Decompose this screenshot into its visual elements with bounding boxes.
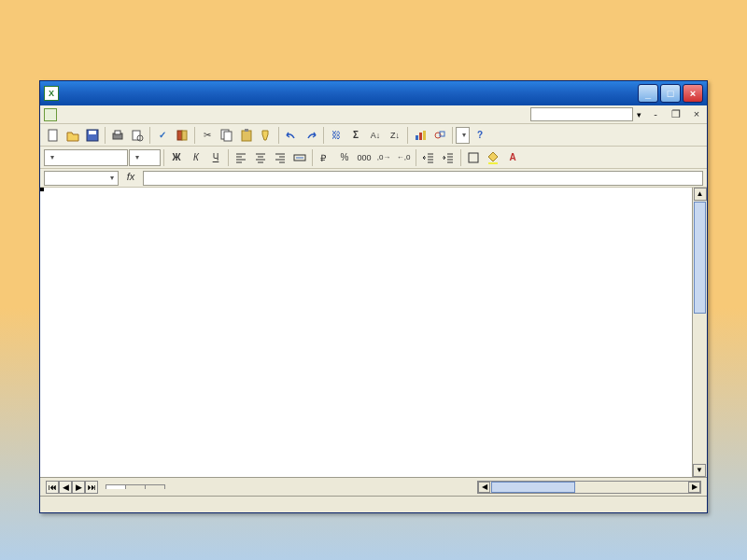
- research-icon[interactable]: [173, 126, 191, 145]
- restore-doc-button[interactable]: ❐: [669, 108, 683, 121]
- help-icon[interactable]: ?: [471, 126, 489, 145]
- svg-rect-13: [416, 135, 418, 140]
- excel-logo-icon: X: [44, 86, 59, 101]
- help-dropdown-icon[interactable]: ▾: [637, 110, 641, 119]
- spelling-icon[interactable]: ✓: [153, 126, 172, 145]
- horizontal-scrollbar[interactable]: ◀ ▶: [477, 481, 701, 494]
- svg-rect-8: [182, 131, 187, 140]
- tab-last-icon[interactable]: ⏭: [85, 481, 98, 494]
- svg-rect-21: [488, 162, 498, 164]
- menu-data[interactable]: [130, 113, 139, 117]
- name-box-dropdown-icon[interactable]: ▾: [110, 174, 114, 182]
- menu-edit[interactable]: [74, 113, 83, 117]
- drawing-icon[interactable]: [430, 126, 449, 145]
- decrease-indent-icon[interactable]: [419, 148, 438, 167]
- vscroll-thumb[interactable]: [694, 202, 706, 314]
- standard-toolbar: ✓ ✂ ⛓ Σ A↓ Z↓: [40, 124, 707, 147]
- formula-bar-row: ▾ fx: [40, 169, 707, 188]
- tab-nav: ⏮ ◀ ▶ ⏭: [46, 481, 98, 494]
- format-painter-icon[interactable]: [257, 126, 275, 145]
- align-right-icon[interactable]: [271, 148, 289, 167]
- sort-desc-icon[interactable]: Z↓: [386, 126, 404, 145]
- svg-rect-11: [242, 131, 251, 141]
- scroll-up-icon[interactable]: ▲: [694, 188, 707, 201]
- sheet-tab-1[interactable]: [106, 484, 126, 489]
- increase-indent-icon[interactable]: [439, 148, 458, 167]
- hyperlink-icon[interactable]: ⛓: [327, 126, 345, 145]
- autosum-icon[interactable]: Σ: [346, 126, 365, 145]
- menubar: ▾ - ❐ ×: [40, 105, 707, 124]
- scroll-down-icon[interactable]: ▼: [693, 464, 706, 477]
- menu-window[interactable]: [141, 113, 150, 117]
- minimize-button[interactable]: _: [638, 84, 658, 103]
- formula-bar[interactable]: [143, 171, 703, 186]
- new-icon[interactable]: [44, 126, 63, 145]
- hscroll-thumb[interactable]: [491, 482, 575, 493]
- copy-icon[interactable]: [218, 126, 236, 145]
- sheet-tab-3[interactable]: [145, 484, 165, 489]
- redo-icon[interactable]: [302, 126, 320, 145]
- underline-icon[interactable]: Ч: [206, 148, 225, 167]
- italic-icon[interactable]: К: [187, 148, 205, 167]
- sort-asc-icon[interactable]: A↓: [366, 126, 385, 145]
- cut-icon[interactable]: ✂: [198, 126, 217, 145]
- menu-file[interactable]: [63, 113, 72, 117]
- borders-icon[interactable]: [464, 148, 483, 167]
- bold-icon[interactable]: Ж: [167, 148, 186, 167]
- tab-next-icon[interactable]: ▶: [72, 481, 85, 494]
- close-button[interactable]: ×: [683, 84, 703, 103]
- svg-rect-15: [423, 131, 426, 140]
- align-left-icon[interactable]: [232, 148, 250, 167]
- scroll-right-icon[interactable]: ▶: [688, 482, 700, 493]
- currency-icon[interactable]: ₽: [316, 148, 334, 167]
- print-icon[interactable]: [108, 126, 127, 145]
- svg-rect-4: [115, 131, 120, 134]
- menu-help[interactable]: [152, 113, 162, 117]
- open-icon[interactable]: [63, 126, 82, 145]
- svg-text:₽: ₽: [320, 153, 327, 163]
- align-center-icon[interactable]: [251, 148, 270, 167]
- formatting-toolbar: ▾ ▾ Ж К Ч ₽ % 000 ,0→ ←,0: [40, 147, 707, 169]
- comma-icon[interactable]: 000: [355, 148, 374, 167]
- menu-insert[interactable]: [96, 113, 106, 117]
- print-preview-icon[interactable]: [128, 126, 147, 145]
- svg-rect-0: [49, 130, 57, 141]
- close-doc-button[interactable]: ×: [690, 108, 703, 121]
- help-search-input[interactable]: [530, 107, 633, 121]
- excel-window: X _ □ × ▾ - ❐ ×: [39, 80, 708, 513]
- font-size-combo[interactable]: ▾: [129, 149, 161, 166]
- fill-color-icon[interactable]: [484, 148, 502, 167]
- tab-prev-icon[interactable]: ◀: [59, 481, 72, 494]
- svg-rect-20: [469, 153, 478, 162]
- font-color-icon[interactable]: A: [503, 148, 522, 167]
- zoom-combo[interactable]: ▾: [456, 127, 470, 144]
- svg-rect-10: [224, 132, 232, 141]
- svg-rect-7: [177, 131, 182, 140]
- svg-rect-14: [419, 133, 422, 140]
- name-box[interactable]: ▾: [44, 171, 119, 186]
- fx-button[interactable]: fx: [122, 171, 139, 186]
- maximize-button[interactable]: □: [660, 84, 681, 103]
- tab-first-icon[interactable]: ⏮: [46, 481, 59, 494]
- menu-view[interactable]: [85, 113, 94, 117]
- menu-format[interactable]: [107, 113, 117, 117]
- selection-border: [40, 188, 44, 191]
- slide-title: [0, 0, 747, 26]
- scroll-left-icon[interactable]: ◀: [478, 482, 490, 493]
- merge-center-icon[interactable]: [290, 148, 309, 167]
- save-icon[interactable]: [83, 126, 102, 145]
- vertical-scrollbar[interactable]: ▲ ▼: [692, 188, 707, 477]
- sheet-tab-2[interactable]: [125, 484, 146, 489]
- paste-icon[interactable]: [237, 126, 256, 145]
- chart-icon[interactable]: [411, 126, 430, 145]
- statusbar: [40, 496, 707, 512]
- minimize-doc-button[interactable]: -: [649, 108, 662, 121]
- increase-decimal-icon[interactable]: ,0→: [374, 148, 393, 167]
- workbook-icon: [44, 108, 57, 121]
- undo-icon[interactable]: [282, 126, 301, 145]
- decrease-decimal-icon[interactable]: ←,0: [394, 148, 413, 167]
- svg-rect-12: [245, 129, 248, 132]
- font-combo[interactable]: ▾: [44, 149, 128, 166]
- percent-icon[interactable]: %: [335, 148, 354, 167]
- menu-tools[interactable]: [119, 113, 128, 117]
